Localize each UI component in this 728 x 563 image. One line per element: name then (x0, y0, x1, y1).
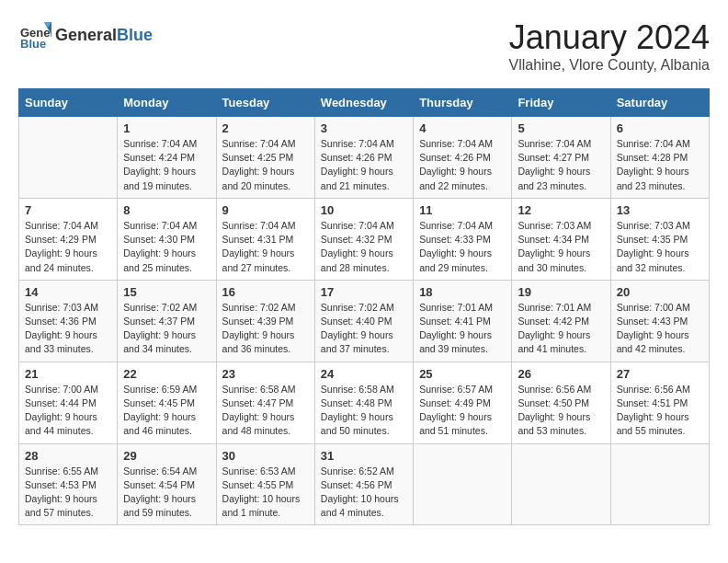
calendar-cell: 13Sunrise: 7:03 AM Sunset: 4:35 PM Dayli… (610, 198, 709, 280)
day-number: 28 (25, 449, 111, 463)
title-block: January 2024 Vllahine, Vlore County, Alb… (508, 18, 710, 74)
day-number: 10 (321, 203, 407, 217)
day-info: Sunrise: 7:04 AM Sunset: 4:33 PM Dayligh… (419, 219, 506, 275)
calendar-cell: 18Sunrise: 7:01 AM Sunset: 4:41 PM Dayli… (414, 280, 512, 362)
day-info: Sunrise: 7:01 AM Sunset: 4:42 PM Dayligh… (518, 301, 604, 357)
calendar-cell: 14Sunrise: 7:03 AM Sunset: 4:36 PM Dayli… (19, 280, 118, 362)
day-info: Sunrise: 6:55 AM Sunset: 4:53 PM Dayligh… (25, 465, 111, 521)
calendar-cell: 29Sunrise: 6:54 AM Sunset: 4:54 PM Dayli… (118, 443, 216, 525)
day-info: Sunrise: 7:02 AM Sunset: 4:37 PM Dayligh… (123, 301, 210, 357)
day-number: 7 (25, 203, 111, 217)
day-info: Sunrise: 7:04 AM Sunset: 4:30 PM Dayligh… (123, 219, 210, 275)
calendar-cell (610, 443, 709, 525)
calendar-cell: 11Sunrise: 7:04 AM Sunset: 4:33 PM Dayli… (414, 198, 512, 280)
weekday-header-sunday: Sunday (19, 89, 118, 117)
calendar-cell: 15Sunrise: 7:02 AM Sunset: 4:37 PM Dayli… (118, 280, 216, 362)
day-number: 5 (518, 121, 604, 135)
calendar-cell: 3Sunrise: 7:04 AM Sunset: 4:26 PM Daylig… (314, 117, 413, 199)
day-number: 12 (518, 203, 604, 217)
calendar-cell (512, 443, 610, 525)
calendar-cell: 25Sunrise: 6:57 AM Sunset: 4:49 PM Dayli… (414, 362, 512, 443)
calendar-table: SundayMondayTuesdayWednesdayThursdayFrid… (18, 88, 710, 525)
logo-text-blue: Blue (117, 26, 153, 45)
day-info: Sunrise: 7:04 AM Sunset: 4:26 PM Dayligh… (321, 137, 407, 193)
weekday-header-saturday: Saturday (610, 89, 709, 117)
day-number: 26 (518, 367, 604, 381)
day-info: Sunrise: 6:59 AM Sunset: 4:45 PM Dayligh… (123, 383, 210, 439)
calendar-cell: 17Sunrise: 7:02 AM Sunset: 4:40 PM Dayli… (314, 280, 413, 362)
day-number: 13 (617, 203, 703, 217)
day-number: 21 (25, 367, 111, 381)
day-info: Sunrise: 7:00 AM Sunset: 4:43 PM Dayligh… (617, 301, 703, 357)
day-info: Sunrise: 7:02 AM Sunset: 4:39 PM Dayligh… (222, 301, 309, 357)
day-info: Sunrise: 6:58 AM Sunset: 4:47 PM Dayligh… (222, 383, 309, 439)
calendar-cell (19, 117, 118, 199)
day-number: 8 (123, 203, 210, 217)
calendar-week-row: 7Sunrise: 7:04 AM Sunset: 4:29 PM Daylig… (19, 198, 710, 280)
day-number: 2 (222, 121, 309, 135)
day-info: Sunrise: 6:57 AM Sunset: 4:49 PM Dayligh… (419, 383, 506, 439)
day-info: Sunrise: 6:52 AM Sunset: 4:56 PM Dayligh… (321, 465, 407, 521)
day-number: 22 (123, 367, 210, 381)
day-number: 30 (222, 449, 309, 463)
day-number: 1 (123, 121, 210, 135)
calendar-cell: 24Sunrise: 6:58 AM Sunset: 4:48 PM Dayli… (314, 362, 413, 443)
day-number: 14 (25, 285, 111, 299)
calendar-cell: 9Sunrise: 7:04 AM Sunset: 4:31 PM Daylig… (216, 198, 314, 280)
day-info: Sunrise: 7:04 AM Sunset: 4:31 PM Dayligh… (222, 219, 309, 275)
calendar-week-row: 14Sunrise: 7:03 AM Sunset: 4:36 PM Dayli… (19, 280, 710, 362)
location-title: Vllahine, Vlore County, Albania (508, 57, 710, 74)
day-info: Sunrise: 7:04 AM Sunset: 4:32 PM Dayligh… (321, 219, 407, 275)
weekday-header-thursday: Thursday (414, 89, 512, 117)
calendar-cell: 16Sunrise: 7:02 AM Sunset: 4:39 PM Dayli… (216, 280, 314, 362)
day-number: 16 (222, 285, 309, 299)
calendar-cell: 19Sunrise: 7:01 AM Sunset: 4:42 PM Dayli… (512, 280, 610, 362)
day-number: 17 (321, 285, 407, 299)
day-number: 15 (123, 285, 210, 299)
day-number: 29 (123, 449, 210, 463)
calendar-week-row: 1Sunrise: 7:04 AM Sunset: 4:24 PM Daylig… (19, 117, 710, 199)
day-info: Sunrise: 7:04 AM Sunset: 4:25 PM Dayligh… (222, 137, 309, 193)
day-number: 9 (222, 203, 309, 217)
day-info: Sunrise: 6:58 AM Sunset: 4:48 PM Dayligh… (321, 383, 407, 439)
calendar-cell: 31Sunrise: 6:52 AM Sunset: 4:56 PM Dayli… (314, 443, 413, 525)
day-info: Sunrise: 7:03 AM Sunset: 4:36 PM Dayligh… (25, 301, 111, 357)
day-number: 11 (419, 203, 506, 217)
day-info: Sunrise: 7:04 AM Sunset: 4:26 PM Dayligh… (419, 137, 506, 193)
day-info: Sunrise: 6:56 AM Sunset: 4:50 PM Dayligh… (518, 383, 604, 439)
day-number: 19 (518, 285, 604, 299)
day-number: 6 (617, 121, 703, 135)
page-header: General Blue General Blue January 2024 V… (18, 18, 710, 74)
day-info: Sunrise: 7:04 AM Sunset: 4:29 PM Dayligh… (25, 219, 111, 275)
day-number: 25 (419, 367, 506, 381)
logo-icon: General Blue (18, 18, 51, 52)
svg-text:Blue: Blue (20, 37, 46, 51)
calendar-cell: 10Sunrise: 7:04 AM Sunset: 4:32 PM Dayli… (314, 198, 413, 280)
day-info: Sunrise: 7:00 AM Sunset: 4:44 PM Dayligh… (25, 383, 111, 439)
day-info: Sunrise: 7:04 AM Sunset: 4:27 PM Dayligh… (518, 137, 604, 193)
calendar-cell: 8Sunrise: 7:04 AM Sunset: 4:30 PM Daylig… (118, 198, 216, 280)
calendar-cell: 2Sunrise: 7:04 AM Sunset: 4:25 PM Daylig… (216, 117, 314, 199)
calendar-cell: 20Sunrise: 7:00 AM Sunset: 4:43 PM Dayli… (610, 280, 709, 362)
day-number: 3 (321, 121, 407, 135)
day-info: Sunrise: 6:53 AM Sunset: 4:55 PM Dayligh… (222, 465, 309, 521)
day-number: 18 (419, 285, 506, 299)
calendar-cell: 12Sunrise: 7:03 AM Sunset: 4:34 PM Dayli… (512, 198, 610, 280)
day-info: Sunrise: 7:03 AM Sunset: 4:34 PM Dayligh… (518, 219, 604, 275)
day-number: 31 (321, 449, 407, 463)
day-info: Sunrise: 7:02 AM Sunset: 4:40 PM Dayligh… (321, 301, 407, 357)
weekday-header-tuesday: Tuesday (216, 89, 314, 117)
calendar-cell: 22Sunrise: 6:59 AM Sunset: 4:45 PM Dayli… (118, 362, 216, 443)
calendar-cell: 5Sunrise: 7:04 AM Sunset: 4:27 PM Daylig… (512, 117, 610, 199)
calendar-cell: 26Sunrise: 6:56 AM Sunset: 4:50 PM Dayli… (512, 362, 610, 443)
day-number: 4 (419, 121, 506, 135)
weekday-header-wednesday: Wednesday (314, 89, 413, 117)
month-title: January 2024 (508, 18, 710, 57)
calendar-week-row: 21Sunrise: 7:00 AM Sunset: 4:44 PM Dayli… (19, 362, 710, 443)
calendar-cell: 21Sunrise: 7:00 AM Sunset: 4:44 PM Dayli… (19, 362, 118, 443)
calendar-cell: 30Sunrise: 6:53 AM Sunset: 4:55 PM Dayli… (216, 443, 314, 525)
weekday-header-friday: Friday (512, 89, 610, 117)
day-info: Sunrise: 7:01 AM Sunset: 4:41 PM Dayligh… (419, 301, 506, 357)
weekday-header-row: SundayMondayTuesdayWednesdayThursdayFrid… (19, 89, 710, 117)
calendar-cell: 6Sunrise: 7:04 AM Sunset: 4:28 PM Daylig… (610, 117, 709, 199)
